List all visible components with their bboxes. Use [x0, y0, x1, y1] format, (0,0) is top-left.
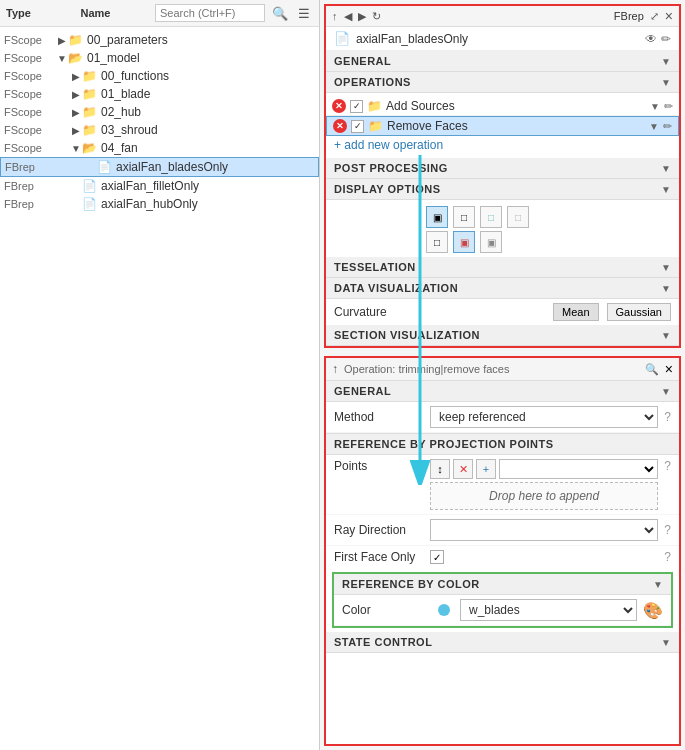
op-dropdown-icon[interactable]: ▼	[649, 121, 659, 132]
eye-icon[interactable]: 👁	[645, 32, 657, 46]
points-dropdown[interactable]	[499, 459, 658, 479]
ray-direction-select[interactable]	[430, 519, 658, 541]
points-add-icon[interactable]: +	[476, 459, 496, 479]
op-dropdown-icon[interactable]: ▼	[650, 101, 660, 112]
gaussian-button[interactable]: Gaussian	[607, 303, 671, 321]
expand-icon[interactable]: ▶	[56, 35, 68, 46]
operations-section-header[interactable]: OPERATIONS ▼	[326, 72, 679, 93]
nav-up-icon[interactable]: ↑	[332, 10, 338, 22]
ray-direction-help-icon[interactable]: ?	[664, 523, 671, 537]
expand-icon[interactable]: ▶	[70, 125, 82, 136]
mean-button[interactable]: Mean	[553, 303, 599, 321]
method-help-icon[interactable]: ?	[664, 410, 671, 424]
nav-left-icon[interactable]: ◀	[344, 10, 352, 23]
nav-right-icon[interactable]: ▶	[358, 10, 366, 23]
tree-row[interactable]: FScope ▶ 📁 01_blade	[0, 85, 319, 103]
section-viz-label: SECTION VISUALIZATION	[334, 329, 480, 341]
general-chevron: ▼	[661, 56, 671, 67]
tree-row[interactable]: FScope ▶ 📁 00_parameters	[0, 31, 319, 49]
state-control-label: STATE CONTROL	[334, 636, 432, 648]
ref-projection-header[interactable]: REFERENCE BY PROJECTION POINTS	[326, 433, 679, 455]
op-panel-up-icon[interactable]: ↑	[332, 362, 338, 376]
file-row: 📄 axialFan_bladesOnly 👁 ✏	[326, 27, 679, 51]
folder-icon: 📁	[82, 105, 97, 119]
folder-icon: 📁	[82, 123, 97, 137]
disp-btn-4[interactable]: □	[426, 231, 448, 253]
data-viz-section-header[interactable]: DATA VISUALIZATION ▼	[326, 278, 679, 299]
curvature-label: Curvature	[334, 305, 545, 319]
tree-row[interactable]: FScope ▶ 📁 00_functions	[0, 67, 319, 85]
tree-body: FScope ▶ 📁 00_parameters FScope ▼ 📂 01_m…	[0, 27, 319, 750]
tree-row[interactable]: FScope ▼ 📂 01_model	[0, 49, 319, 67]
type-cell: FBrep	[4, 180, 56, 192]
post-processing-section-header[interactable]: POST PROCESSING ▼	[326, 158, 679, 179]
op-general-section-header[interactable]: GENERAL ▼	[326, 381, 679, 402]
operations-list: ✕ 📁 Add Sources ▼ ✏ ✕ 📁 Remove Faces ▼ ✏…	[326, 93, 679, 158]
op-checkbox[interactable]	[351, 120, 364, 133]
first-face-checkbox[interactable]	[430, 550, 444, 564]
disp-btn-3[interactable]: □	[507, 206, 529, 228]
tree-row[interactable]: FBrep 📄 axialFan_filletOnly	[0, 177, 319, 195]
drop-zone[interactable]: Drop here to append	[430, 482, 658, 510]
type-cell: FScope	[4, 34, 56, 46]
close-icon[interactable]: ×	[665, 8, 673, 24]
op-remove-icon[interactable]: ✕	[333, 119, 347, 133]
add-operation-row[interactable]: + add new operation	[326, 136, 679, 154]
general-label: GENERAL	[334, 55, 391, 67]
tree-row[interactable]: FScope ▶ 📁 02_hub	[0, 103, 319, 121]
curvature-row: Curvature Mean Gaussian	[326, 299, 679, 325]
color-palette-icon[interactable]: 🎨	[643, 601, 663, 620]
search-icon[interactable]: 🔍	[269, 5, 291, 22]
tree-row[interactable]: FScope ▶ 📁 03_shroud	[0, 121, 319, 139]
color-select[interactable]: w_blades	[460, 599, 637, 621]
nav-refresh-icon[interactable]: ↻	[372, 10, 381, 23]
edit-icon[interactable]: ✏	[661, 32, 671, 46]
tree-search-input[interactable]	[155, 4, 265, 22]
op-edit-icon[interactable]: ✏	[664, 100, 673, 113]
filter-icon[interactable]: ☰	[295, 5, 313, 22]
disp-btn-0[interactable]: ▣	[426, 206, 448, 228]
type-cell: FScope	[4, 124, 56, 136]
op-panel-search-icon[interactable]: 🔍	[645, 363, 659, 376]
type-cell: FBrep	[4, 198, 56, 210]
points-remove-icon[interactable]: ✕	[453, 459, 473, 479]
file-icon: 📄	[82, 179, 97, 193]
op-edit-icon[interactable]: ✏	[663, 120, 672, 133]
op-checkbox[interactable]	[350, 100, 363, 113]
method-select[interactable]: keep referenced remove referenced	[430, 406, 658, 428]
tree-row[interactable]: FBrep 📄 axialFan_hubOnly	[0, 195, 319, 213]
points-up-icon[interactable]: ↕	[430, 459, 450, 479]
op-panel-close-icon[interactable]: ×	[665, 361, 673, 377]
points-help-icon[interactable]: ?	[664, 459, 671, 473]
section-viz-section-header[interactable]: SECTION VISUALIZATION ▼	[326, 325, 679, 346]
fbrep-titlebar: ↑ ◀ ▶ ↻ FBrep ⤢ ×	[326, 6, 679, 27]
state-control-section-header[interactable]: STATE CONTROL ▼	[326, 632, 679, 653]
tree-row-selected[interactable]: FBrep 📄 axialFan_bladesOnly	[0, 157, 319, 177]
first-face-help-icon[interactable]: ?	[664, 550, 671, 564]
general-section-header[interactable]: GENERAL ▼	[326, 51, 679, 72]
expand-icon[interactable]: ▶	[70, 89, 82, 100]
op-general-label: GENERAL	[334, 385, 391, 397]
disp-btn-6[interactable]: ▣	[480, 231, 502, 253]
tree-node-label: axialFan_filletOnly	[101, 179, 199, 193]
maximize-icon[interactable]: ⤢	[650, 10, 659, 23]
ref-color-header[interactable]: REFERENCE BY COLOR ▼	[334, 574, 671, 595]
expand-icon[interactable]: ▼	[70, 143, 82, 154]
op-remove-icon[interactable]: ✕	[332, 99, 346, 113]
folder-icon: 📁	[82, 87, 97, 101]
expand-icon[interactable]: ▶	[70, 107, 82, 118]
operation-panel: ↑ Operation: trimming|remove faces 🔍 × G…	[324, 356, 681, 746]
points-buttons: ↕ ✕ +	[430, 459, 658, 479]
tree-row[interactable]: FScope ▼ 📂 04_fan ➤	[0, 139, 319, 157]
tesselation-section-header[interactable]: TESSELATION ▼	[326, 257, 679, 278]
tesselation-label: TESSELATION	[334, 261, 416, 273]
disp-btn-2[interactable]: □	[480, 206, 502, 228]
disp-btn-1[interactable]: □	[453, 206, 475, 228]
expand-icon[interactable]: ▶	[70, 71, 82, 82]
expand-icon[interactable]: ▼	[56, 53, 68, 64]
disp-btn-5[interactable]: ▣	[453, 231, 475, 253]
filename-label: axialFan_bladesOnly	[356, 32, 639, 46]
display-options-section-header[interactable]: DISPLAY OPTIONS ▼	[326, 179, 679, 200]
folder-icon: 📁	[82, 69, 97, 83]
points-row: Points ↕ ✕ + Drop here to append ?	[326, 455, 679, 515]
